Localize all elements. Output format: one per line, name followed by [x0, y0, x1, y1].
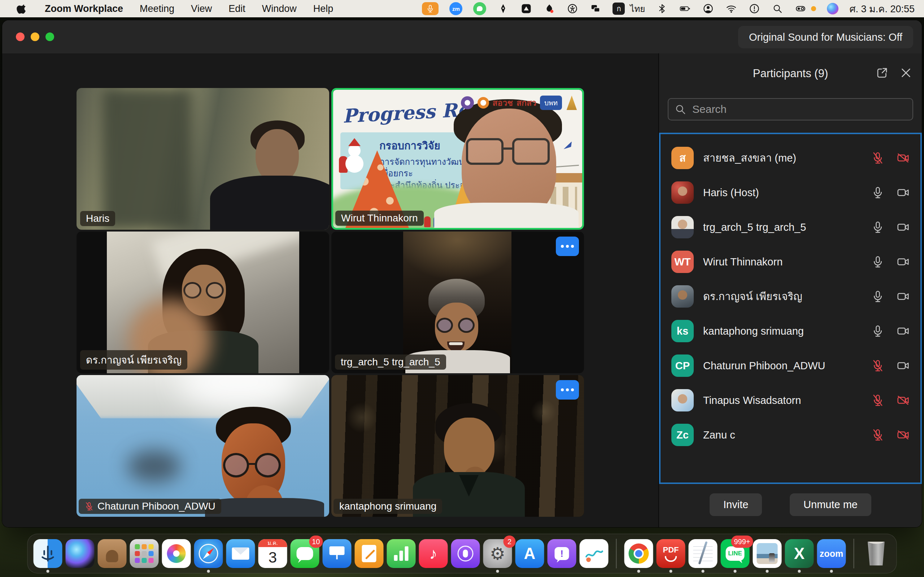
video-tile-kanjana[interactable]: ดร.กาญจน์ เพียรเจริญ [76, 232, 329, 373]
screen-mirroring-status-icon[interactable] [590, 3, 602, 15]
camera-on-icon [897, 290, 909, 303]
mic-on-icon [871, 221, 884, 234]
calendar-dock-icon[interactable]: ม.ค.3 [258, 539, 287, 568]
menu-meeting[interactable]: Meeting [140, 3, 174, 15]
participant-row[interactable]: ks kantaphong srimuang [661, 314, 921, 348]
tile-name-label: ดร.กาญจน์ เพียรเจริญ [80, 350, 187, 370]
menu-window[interactable]: Window [262, 3, 297, 15]
tile-name-label: Wirut Thinnakorn [335, 211, 424, 226]
mic-on-icon [871, 290, 884, 303]
video-tile-wirut[interactable]: Progress Report สอวช สกสว บพท กรอบการวิจ… [331, 88, 584, 230]
original-sound-toggle[interactable]: Original Sound for Musicians: Off [738, 26, 913, 48]
participant-name: trg_arch_5 trg_arch_5 [703, 221, 866, 233]
video-tile-kantaphong[interactable]: kantaphong srimuang [331, 375, 584, 517]
camera-on-icon [897, 255, 909, 268]
menu-app-name[interactable]: Zoom Workplace [45, 3, 123, 15]
keynote-dock-icon[interactable] [323, 539, 352, 568]
mic-in-use-indicator[interactable] [422, 2, 439, 15]
accessibility-status-icon[interactable] [566, 3, 578, 15]
haris-video-feed [76, 88, 329, 230]
music-dock-icon[interactable]: ♪ [419, 539, 448, 568]
window-close-button[interactable] [16, 32, 24, 41]
wirut-face [438, 99, 575, 230]
bluetooth-status-icon[interactable] [656, 3, 668, 15]
messages-badge: 10 [309, 535, 323, 548]
trg-video-feed [403, 232, 512, 373]
flame-status-icon[interactable] [543, 3, 556, 15]
participant-row[interactable]: ดร.กาญจน์ เพียรเจริญ [661, 279, 921, 314]
close-panel-icon[interactable] [900, 66, 913, 79]
pop-out-panel-icon[interactable] [876, 66, 888, 79]
sync-alert-status-icon[interactable] [748, 3, 761, 15]
menu-view[interactable]: View [191, 3, 212, 15]
excel-dock-icon[interactable]: X [785, 539, 814, 568]
menu-help[interactable]: Help [313, 3, 333, 15]
mic-muted-icon [871, 429, 884, 442]
tile-name-label: trg_arch_5 trg_arch_5 [335, 355, 446, 370]
dock: ม.ค.3 10 ♪ ⚙2 A ! PDF LINE999+ X zoom [27, 534, 897, 574]
avatar [671, 216, 694, 239]
chrome-dock-icon[interactable] [624, 539, 653, 568]
numbers-dock-icon[interactable] [387, 539, 416, 568]
launchpad-dock-icon[interactable] [130, 539, 159, 568]
video-tile-trg-arch-5[interactable]: trg_arch_5 trg_arch_5 [331, 232, 584, 373]
participant-row[interactable]: WT Wirut Thinnakorn [661, 245, 921, 279]
photos-dock-icon[interactable] [162, 539, 191, 568]
avatar: CP [671, 355, 694, 377]
preview-dock-icon[interactable] [753, 539, 782, 568]
siri-icon[interactable] [827, 3, 838, 15]
participants-search-input[interactable] [668, 98, 913, 121]
app-store-dock-icon[interactable]: A [515, 539, 544, 568]
tile-more-options-button[interactable] [556, 237, 579, 256]
tile-more-options-button[interactable] [556, 380, 579, 400]
avatar [671, 181, 694, 204]
textedit-dock-icon[interactable] [689, 539, 717, 568]
safari-dock-icon[interactable] [194, 539, 223, 568]
line-status-icon[interactable] [473, 2, 486, 15]
search-icon [674, 103, 687, 115]
menu-edit[interactable]: Edit [228, 3, 246, 15]
podcasts-dock-icon[interactable] [451, 539, 480, 568]
zoom-status-icon[interactable]: zm [449, 2, 462, 15]
window-fullscreen-button[interactable] [45, 32, 54, 41]
line-badge: 999+ [731, 535, 753, 548]
pdf-reader-dock-icon[interactable]: PDF [657, 539, 685, 568]
slide-logo-circle-purple [461, 96, 474, 109]
apple-menu-icon[interactable] [16, 3, 28, 15]
camera-on-icon [897, 324, 909, 338]
unmute-me-button[interactable]: Unmute me [790, 493, 871, 516]
pages-dock-icon[interactable] [355, 539, 384, 568]
participants-list: ส สายชล_สงขลา (me) Haris (Host) trg_arch… [659, 133, 922, 484]
battery-status-icon[interactable] [679, 3, 691, 15]
pen-nib-status-icon[interactable] [497, 3, 509, 15]
window-titlebar: Original Sound for Musicians: Off [2, 20, 922, 53]
video-tile-chaturun[interactable]: Chaturun Phiboon_ADWU [76, 375, 329, 517]
zoom-dock-icon[interactable]: zoom [817, 539, 846, 568]
participant-row[interactable]: CP Chaturun Phiboon_ADWU [661, 348, 921, 383]
triangle-app-status-icon[interactable] [520, 3, 532, 15]
participant-row[interactable]: Tinapus Wisadsatorn [661, 383, 921, 417]
mic-on-icon [871, 255, 884, 268]
participant-name: Haris (Host) [703, 187, 866, 199]
input-source-icon[interactable]: ก [612, 3, 625, 15]
participant-row[interactable]: ส สายชล_สงขลา (me) [661, 141, 921, 175]
spotlight-search-icon[interactable] [771, 3, 783, 15]
control-center-active-dot [811, 6, 816, 11]
participant-row[interactable]: Haris (Host) [661, 175, 921, 210]
contacts-dock-icon[interactable] [98, 539, 127, 568]
invite-button[interactable]: Invite [709, 493, 762, 516]
siri-dock-icon[interactable] [66, 539, 95, 568]
user-account-status-icon[interactable] [702, 3, 714, 15]
menu-bar-clock[interactable]: ศ. 3 ม.ค. 20:55 [849, 1, 914, 16]
participant-row[interactable]: Zc Zanu c [661, 417, 921, 452]
freeform-dock-icon[interactable] [580, 539, 609, 568]
feedback-assistant-dock-icon[interactable]: ! [548, 539, 577, 568]
window-minimize-button[interactable] [31, 32, 39, 41]
participant-row[interactable]: trg_arch_5 trg_arch_5 [661, 210, 921, 245]
trash-dock-icon[interactable] [862, 539, 891, 568]
video-tile-haris[interactable]: Haris [76, 88, 329, 230]
mail-dock-icon[interactable] [226, 539, 255, 568]
finder-dock-icon[interactable] [34, 539, 63, 568]
control-center-icon[interactable] [795, 3, 807, 15]
wifi-status-icon[interactable] [725, 3, 737, 15]
